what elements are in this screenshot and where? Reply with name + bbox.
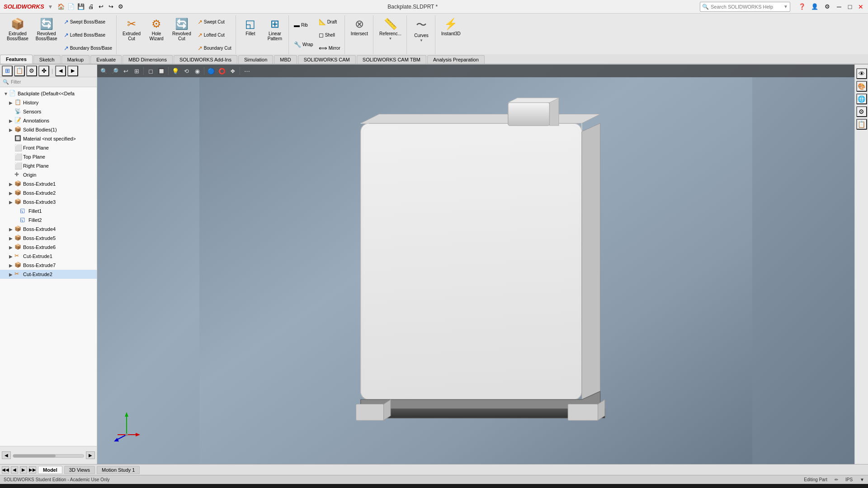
nav-first-btn[interactable]: ◀◀ [2, 466, 9, 474]
viewport[interactable]: 🔍 🔎 ↩ ⊞ ◻ 🔲 💡 ⟲ ◉ 🔵 ⭕ ❖ ⋯ [97, 65, 854, 464]
prev-icon[interactable]: ◀ [55, 66, 66, 76]
boundary-cut-button[interactable]: ↗ Boundary Cut [195, 44, 234, 52]
wrap-button[interactable]: 🔧Wrap [292, 40, 316, 49]
config-manager-icon[interactable]: ⚙ [26, 66, 37, 76]
bottom-tab-model[interactable]: Model [38, 466, 62, 474]
tree-item-front-plane[interactable]: ▶ ⬜ Front Plane [0, 143, 97, 152]
tree-item-fillet2[interactable]: ▶ ◱ Fillet2 [0, 216, 97, 225]
close-button[interactable]: ✕ [857, 3, 864, 10]
property-manager-icon[interactable]: 📋 [14, 66, 25, 76]
next-icon[interactable]: ▶ [67, 66, 78, 76]
right-panel-view-icon[interactable]: 👁 [856, 68, 867, 79]
swept-cut-button[interactable]: ↗ Swept Cut [195, 18, 234, 26]
statusbar-dropdown-icon[interactable]: ▼ [860, 477, 864, 482]
qat-new[interactable]: 🏠 [57, 2, 66, 11]
tree-item-top-plane[interactable]: ▶ ⬜ Top Plane [0, 152, 97, 161]
qat-open[interactable]: 📄 [66, 2, 75, 11]
bottom-tab-motion-study[interactable]: Motion Study 1 [97, 466, 140, 474]
vp-orient-icon[interactable]: ↩ [121, 66, 131, 76]
mirror-button[interactable]: ⟺Mirror [316, 44, 343, 52]
nav-next-btn[interactable]: ▶ [20, 466, 27, 474]
tree-item-annotations[interactable]: ▶ 📝 Annotations [0, 116, 97, 125]
revolved-boss-button[interactable]: 🔄 RevolvedBoss/Base [33, 15, 61, 54]
swept-boss-button[interactable]: ↗ Swept Boss/Base [61, 18, 114, 26]
right-panel-appear-icon[interactable]: 🎨 [856, 81, 867, 92]
tree-item-sensors[interactable]: ▶ 📡 Sensors [0, 107, 97, 116]
extruded-boss-button[interactable]: 📦 ExtrudedBoss/Base [4, 15, 32, 54]
tab-solidworks-addins[interactable]: SOLIDWORKS Add-Ins [174, 55, 237, 64]
vp-fit-icon[interactable]: 🔎 [110, 66, 120, 76]
revolved-cut-button[interactable]: 🔄 RevolvedCut [169, 15, 194, 54]
vp-shadows-icon[interactable]: ⭕ [217, 66, 227, 76]
tab-markup[interactable]: Markup [61, 55, 90, 64]
tree-item-boss-extrude5[interactable]: ▶ 📦 Boss-Extrude5 [0, 234, 97, 243]
right-panel-scene-icon[interactable]: 🌐 [856, 94, 867, 104]
tree-item-right-plane[interactable]: ▶ ⬜ Right Plane [0, 161, 97, 170]
scroll-left-btn[interactable]: ◀ [2, 451, 11, 459]
vp-realview-icon[interactable]: 🔵 [206, 66, 216, 76]
vp-more-icon[interactable]: ⋯ [242, 66, 252, 76]
vp-wireframe-icon[interactable]: ◻ [146, 66, 156, 76]
tab-features[interactable]: Features [0, 55, 33, 64]
bottom-tab-3d-views[interactable]: 3D Views [64, 466, 95, 474]
help-question-icon[interactable]: ❓ [797, 2, 807, 11]
user-icon[interactable]: 👤 [810, 2, 819, 11]
tree-item-boss-extrude7[interactable]: ▶ 📦 Boss-Extrude7 [0, 261, 97, 270]
search-input[interactable] [711, 4, 782, 9]
tree-item-boss-extrude2[interactable]: ▶ 📦 Boss-Extrude2 [0, 188, 97, 197]
qat-print[interactable]: 🖨 [86, 2, 95, 11]
tree-item-boss-extrude4[interactable]: ▶ 📦 Boss-Extrude4 [0, 225, 97, 234]
shell-button[interactable]: ◻Shell [316, 31, 343, 39]
feature-tree[interactable]: ▼ 📄 Backplate (Default<<Defa ▶ 📋 History… [0, 87, 97, 446]
tree-item-boss-extrude1[interactable]: ▶ 📦 Boss-Extrude1 [0, 179, 97, 188]
settings-icon[interactable]: ⚙ [823, 2, 832, 11]
tab-solidworks-cam-tbm[interactable]: SOLIDWORKS CAM TBM [357, 55, 426, 64]
extruded-cut-button[interactable]: ✂ ExtrudedCut [119, 15, 144, 54]
tree-root[interactable]: ▼ 📄 Backplate (Default<<Defa [0, 89, 97, 98]
vp-section-icon[interactable]: ◉ [192, 66, 202, 76]
tab-analysis-prep[interactable]: Analysis Preparation [427, 55, 485, 64]
maximize-button[interactable]: □ [846, 3, 854, 10]
instant3d-button[interactable]: ⚡ Instant3D [438, 15, 464, 54]
lofted-boss-button[interactable]: ↗ Lofted Boss/Base [61, 31, 114, 39]
nav-prev-btn[interactable]: ◀ [11, 466, 18, 474]
curves-button[interactable]: 〜 Curves ▼ [410, 15, 433, 54]
vp-ambient-icon[interactable]: ❖ [228, 66, 238, 76]
vp-rotate-icon[interactable]: ⟲ [181, 66, 191, 76]
tree-item-solid-bodies[interactable]: ▶ 📦 Solid Bodies(1) [0, 125, 97, 134]
tree-item-origin[interactable]: ▶ ✚ Origin [0, 170, 97, 179]
search-bar[interactable]: 🔍 ▼ [700, 2, 790, 12]
tab-mbd-dimensions[interactable]: MBD Dimensions [123, 55, 173, 64]
tree-item-cut-extrude2[interactable]: ▶ ✂ Cut-Extrude2 [0, 270, 97, 279]
tree-item-boss-extrude6[interactable]: ▶ 📦 Boss-Extrude6 [0, 243, 97, 252]
nav-last-btn[interactable]: ▶▶ [29, 466, 36, 474]
scroll-right-btn[interactable]: ▶ [86, 451, 95, 459]
hole-wizard-button[interactable]: ⚙ HoleWizard [145, 15, 168, 54]
rib-button[interactable]: ▬Rib [292, 21, 316, 29]
lofted-cut-button[interactable]: ↗ Lofted Cut [195, 31, 234, 39]
tab-sketch[interactable]: Sketch [33, 55, 61, 64]
vp-zoom-icon[interactable]: 🔍 [99, 66, 109, 76]
qat-undo[interactable]: ↩ [96, 2, 105, 11]
fillet-button[interactable]: ◱ Fillet [239, 15, 262, 54]
intersect-button[interactable]: ⊗ Intersect [348, 15, 371, 54]
tab-simulation[interactable]: Simulation [238, 55, 273, 64]
tab-solidworks-cam[interactable]: SOLIDWORKS CAM [298, 55, 356, 64]
vp-display-icon[interactable]: ⊞ [132, 66, 142, 76]
vp-shaded-icon[interactable]: 🔲 [156, 66, 166, 76]
feature-manager-icon[interactable]: ⊞ [2, 66, 13, 76]
minimize-button[interactable]: ─ [835, 3, 843, 10]
reference-button[interactable]: 📏 Referenc... ▼ [376, 15, 405, 54]
tree-item-fillet1[interactable]: ▶ ◱ Fillet1 [0, 206, 97, 216]
tree-item-boss-extrude3[interactable]: ▶ 📦 Boss-Extrude3 [0, 197, 97, 206]
boundary-boss-button[interactable]: ↗ Boundary Boss/Base [61, 44, 114, 52]
tree-item-material[interactable]: ▶ 🔲 Material <not specified> [0, 134, 97, 143]
qat-redo[interactable]: ↪ [106, 2, 115, 11]
qat-options[interactable]: ⚙ [116, 2, 125, 11]
vp-lights-icon[interactable]: 💡 [170, 66, 180, 76]
dim-expert-icon[interactable]: ✤ [38, 66, 49, 76]
right-panel-custom-icon[interactable]: ⚙ [856, 106, 867, 117]
qat-save[interactable]: 💾 [76, 2, 85, 11]
tab-mbd[interactable]: MBD [274, 55, 297, 64]
draft-button[interactable]: 📐Draft [316, 18, 343, 26]
